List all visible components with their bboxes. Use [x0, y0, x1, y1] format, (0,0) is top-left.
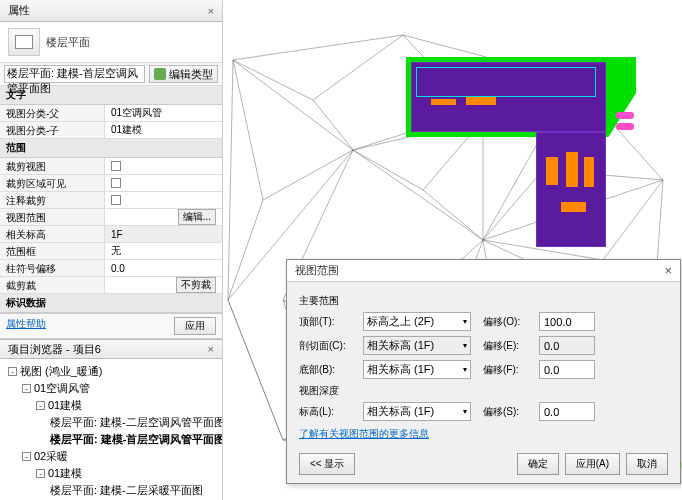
offset-input[interactable]: 0.0 [539, 360, 595, 379]
property-value[interactable]: 01空调风管 [105, 105, 222, 121]
property-label: 注释裁剪 [0, 192, 105, 208]
property-label: 视图分类-父 [0, 105, 105, 121]
properties-panel: 属性 × 楼层平面 楼层平面: 建模-首层空调风管平面图 编辑类型 文字视图分类… [0, 0, 223, 500]
property-label: 裁剪视图 [0, 158, 105, 174]
apply-button[interactable]: 应用(A) [565, 453, 620, 475]
edit-type-icon [154, 68, 166, 80]
edit-type-button[interactable]: 编辑类型 [149, 65, 218, 83]
tree-toggle-icon[interactable]: - [8, 367, 17, 376]
property-row: 注释裁剪 [0, 192, 222, 209]
range-label: 剖切面(C): [299, 339, 355, 353]
view-range-dialog: 视图范围 × 主要范围 顶部(T):标高之上 (2F)▾偏移(O):100.0剖… [286, 259, 681, 484]
tree-item[interactable]: -01建模 [2, 397, 220, 414]
tree-toggle-icon[interactable]: - [36, 401, 45, 410]
tree-item[interactable]: 楼层平面: 建模-二层采暖平面图 [2, 482, 220, 499]
range-select[interactable]: 相关标高 (1F)▾ [363, 360, 471, 379]
property-value[interactable] [105, 175, 222, 191]
property-row: 相关标高1F [0, 226, 222, 243]
tree-item-label: 01建模 [48, 398, 82, 413]
instance-filter-row: 楼层平面: 建模-首层空调风管平面图 编辑类型 [0, 63, 222, 86]
property-edit-button[interactable]: 不剪裁 [176, 277, 216, 293]
property-label: 视图范围 [0, 209, 105, 225]
project-browser-title: 项目浏览器 - 项目6 [8, 342, 101, 357]
offset-label: 偏移(F): [483, 363, 531, 377]
range-row: 底部(B):相关标高 (1F)▾偏移(F):0.0 [299, 360, 668, 379]
project-browser-header: 项目浏览器 - 项目6 × [0, 339, 222, 359]
properties-header: 属性 × [0, 0, 222, 22]
tree-item[interactable]: -01建模 [2, 465, 220, 482]
depth-level-label: 标高(L): [299, 405, 355, 419]
show-button[interactable]: << 显示 [299, 453, 355, 475]
tree-item-label: 楼层平面: 建模-二层空调风管平面图 [50, 415, 222, 430]
property-checkbox[interactable] [111, 178, 121, 188]
depth-offset-input[interactable]: 0.0 [539, 402, 595, 421]
dialog-button-bar: << 显示 确定 应用(A) 取消 [287, 445, 680, 483]
property-section-header[interactable]: 标识数据 [0, 294, 222, 313]
range-select[interactable]: 标高之上 (2F)▾ [363, 312, 471, 331]
tree-item-label: 01空调风管 [34, 381, 90, 396]
property-edit-button[interactable]: 编辑... [178, 209, 216, 225]
view-depth-label: 视图深度 [299, 384, 668, 398]
tree-item[interactable]: -01空调风管 [2, 380, 220, 397]
property-value[interactable]: 0.0 [105, 260, 222, 276]
tree-toggle-icon[interactable]: - [22, 452, 31, 461]
tree-toggle-icon[interactable]: - [22, 384, 31, 393]
tree-item-label: 02采暖 [34, 449, 68, 464]
tree-toggle-icon[interactable]: - [36, 469, 45, 478]
property-value[interactable]: 01建模 [105, 122, 222, 138]
property-section-header[interactable]: 范围 [0, 139, 222, 158]
tree-item[interactable]: -视图 (鸿业_暖通) [2, 363, 220, 380]
plan-view-icon [8, 28, 40, 56]
tree-item-label: 楼层平面: 建模-首层空调风管平面图 [50, 432, 222, 447]
depth-level-select[interactable]: 相关标高 (1F)▾ [363, 402, 471, 421]
property-label: 截剪裁 [0, 277, 105, 293]
property-value[interactable]: 1F [105, 226, 222, 242]
property-row: 视图分类-子01建模 [0, 122, 222, 139]
offset-input[interactable]: 100.0 [539, 312, 595, 331]
dialog-titlebar[interactable]: 视图范围 × [287, 260, 680, 282]
ok-button[interactable]: 确定 [517, 453, 559, 475]
tree-item[interactable]: 楼层平面: 建模-首层空调风管平面图 [2, 431, 220, 448]
property-value[interactable]: 不剪裁 [105, 277, 222, 293]
offset-label: 偏移(O): [483, 315, 531, 329]
tree-item[interactable]: -02采暖 [2, 448, 220, 465]
depth-offset-label: 偏移(S): [483, 405, 531, 419]
learn-more-link[interactable]: 了解有关视图范围的更多信息 [299, 427, 668, 441]
properties-footer: 属性帮助 应用 [0, 313, 222, 339]
range-row: 顶部(T):标高之上 (2F)▾偏移(O):100.0 [299, 312, 668, 331]
type-selector-row[interactable]: 楼层平面 [0, 22, 222, 63]
property-label: 范围框 [0, 243, 105, 259]
tree-item[interactable]: 楼层平面: 建模-二层空调风管平面图 [2, 414, 220, 431]
property-label: 柱符号偏移 [0, 260, 105, 276]
dialog-body: 主要范围 顶部(T):标高之上 (2F)▾偏移(O):100.0剖切面(C):相… [287, 282, 680, 445]
project-browser-tree[interactable]: -视图 (鸿业_暖通)-01空调风管-01建模楼层平面: 建模-二层空调风管平面… [0, 359, 222, 500]
properties-close-icon[interactable]: × [208, 5, 214, 17]
property-label: 视图分类-子 [0, 122, 105, 138]
property-label: 相关标高 [0, 226, 105, 242]
tree-item-label: 视图 (鸿业_暖通) [20, 364, 103, 379]
property-grid: 文字视图分类-父01空调风管视图分类-子01建模范围裁剪视图裁剪区域可见注释裁剪… [0, 86, 222, 313]
floor-plan-overlay [406, 57, 636, 247]
dialog-close-icon[interactable]: × [664, 263, 672, 278]
property-value[interactable] [105, 192, 222, 208]
chevron-down-icon: ▾ [463, 365, 467, 374]
depth-level-row: 标高(L): 相关标高 (1F)▾ 偏移(S): 0.0 [299, 402, 668, 421]
instance-filter-select[interactable]: 楼层平面: 建模-首层空调风管平面图 [4, 65, 145, 83]
property-value[interactable] [105, 158, 222, 174]
primary-range-label: 主要范围 [299, 294, 668, 308]
properties-help-link[interactable]: 属性帮助 [6, 317, 46, 335]
type-label: 楼层平面 [46, 35, 90, 50]
cancel-button[interactable]: 取消 [626, 453, 668, 475]
properties-apply-button[interactable]: 应用 [174, 317, 216, 335]
property-row: 截剪裁不剪裁 [0, 277, 222, 294]
property-checkbox[interactable] [111, 161, 121, 171]
project-browser-close-icon[interactable]: × [208, 343, 214, 355]
range-label: 顶部(T): [299, 315, 355, 329]
property-value[interactable]: 无 [105, 243, 222, 259]
property-checkbox[interactable] [111, 195, 121, 205]
range-select[interactable]: 相关标高 (1F)▾ [363, 336, 471, 355]
property-value[interactable]: 编辑... [105, 209, 222, 225]
range-row: 剖切面(C):相关标高 (1F)▾偏移(E):0.0 [299, 336, 668, 355]
offset-input[interactable]: 0.0 [539, 336, 595, 355]
property-row: 视图范围编辑... [0, 209, 222, 226]
